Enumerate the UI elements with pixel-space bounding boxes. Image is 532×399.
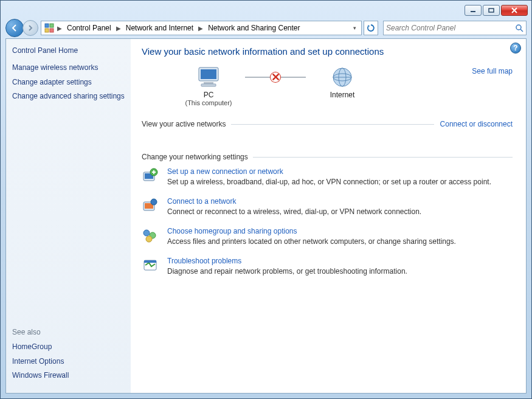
search-input[interactable] <box>386 24 515 32</box>
svg-rect-5 <box>50 29 54 32</box>
control-panel-home-link[interactable]: Control Panel Home <box>12 46 125 55</box>
node-internet-label: Internet <box>330 91 355 99</box>
svg-point-24 <box>146 236 152 242</box>
settings-label: Change your networking settings <box>142 153 248 161</box>
connect-disconnect-link[interactable]: Connect or disconnect <box>440 120 513 128</box>
svg-rect-26 <box>144 260 156 263</box>
search-box[interactable] <box>383 21 527 35</box>
setting-title[interactable]: Troubleshoot problems <box>167 257 407 265</box>
disconnected-icon: ✕ <box>270 72 281 83</box>
setting-title[interactable]: Set up a new connection or network <box>167 167 491 176</box>
node-pc-label: PC <box>204 91 214 99</box>
active-networks-label: View your active networks <box>142 120 226 128</box>
navbar: ▶ Control Panel ▶ Network and Internet ▶… <box>5 18 527 38</box>
sidebar-link-adapter[interactable]: Change adapter settings <box>12 78 125 88</box>
node-internet[interactable]: Internet <box>306 65 379 99</box>
chevron-right-icon: ▶ <box>115 25 122 32</box>
setting-desc: Set up a wireless, broadband, dial-up, a… <box>167 178 491 186</box>
address-bar[interactable]: ▶ Control Panel ▶ Network and Internet ▶… <box>41 21 362 35</box>
svg-point-22 <box>143 230 150 236</box>
divider <box>253 157 513 158</box>
svg-point-6 <box>516 25 521 30</box>
svg-point-21 <box>151 199 157 205</box>
breadcrumb-control-panel[interactable]: Control Panel <box>63 23 115 33</box>
active-networks-header: View your active networks Connect or dis… <box>142 120 513 128</box>
svg-rect-1 <box>489 9 494 12</box>
node-this-computer[interactable]: PC (This computer) <box>172 65 245 106</box>
breadcrumb-network-sharing[interactable]: Network and Sharing Center <box>204 23 303 33</box>
page-title: View your basic network information and … <box>142 46 513 57</box>
see-also-label: See also <box>12 328 125 336</box>
forward-button[interactable] <box>22 20 38 36</box>
network-map: PC (This computer) ✕ <box>172 65 513 106</box>
divider <box>231 124 434 125</box>
settings-header: Change your networking settings <box>142 153 513 161</box>
chevron-right-icon: ▶ <box>56 25 63 32</box>
chevron-right-icon: ▶ <box>197 25 204 32</box>
titlebar <box>1 1 531 18</box>
settings-list: Set up a new connection or network Set u… <box>142 167 513 276</box>
setting-desc: Connect or reconnect to a wireless, wire… <box>167 207 421 216</box>
window-controls <box>465 5 528 16</box>
svg-rect-9 <box>201 69 216 79</box>
setting-troubleshoot[interactable]: Troubleshoot problems Diagnose and repai… <box>142 257 513 276</box>
svg-rect-0 <box>471 11 475 12</box>
setting-homegroup[interactable]: Choose homegroup and sharing options Acc… <box>142 227 513 246</box>
minimize-button[interactable] <box>465 5 482 16</box>
search-icon[interactable] <box>515 24 523 32</box>
node-pc-sublabel: (This computer) <box>185 99 232 106</box>
sidebar-link-internet-options[interactable]: Internet Options <box>12 357 125 367</box>
content: ? View your basic network information an… <box>131 39 526 393</box>
setting-title[interactable]: Connect to a network <box>167 197 421 206</box>
refresh-button[interactable] <box>364 21 378 35</box>
svg-rect-2 <box>45 24 49 27</box>
back-button[interactable] <box>5 19 24 37</box>
setting-desc: Access files and printers located on oth… <box>167 237 456 246</box>
globe-icon <box>328 65 357 89</box>
location-icon <box>44 23 55 33</box>
setting-new-connection[interactable]: Set up a new connection or network Set u… <box>142 167 513 186</box>
setting-desc: Diagnose and repair network problems, or… <box>167 267 407 276</box>
svg-line-7 <box>520 29 523 32</box>
setting-title[interactable]: Choose homegroup and sharing options <box>167 227 456 235</box>
see-also-section: See also HomeGroup Internet Options Wind… <box>12 328 125 386</box>
svg-rect-11 <box>201 84 216 86</box>
sidebar-link-homegroup[interactable]: HomeGroup <box>12 342 125 352</box>
help-icon[interactable]: ? <box>510 43 521 54</box>
setting-connect-network[interactable]: Connect to a network Connect or reconnec… <box>142 197 513 216</box>
connection-line: ✕ <box>245 65 306 89</box>
close-button[interactable] <box>501 5 528 16</box>
sidebar-link-firewall[interactable]: Windows Firewall <box>12 371 125 381</box>
sidebar-link-sharing[interactable]: Change advanced sharing settings <box>12 92 125 102</box>
address-dropdown[interactable]: ▾ <box>349 25 360 31</box>
homegroup-icon <box>142 227 159 244</box>
window: ▶ Control Panel ▶ Network and Internet ▶… <box>0 0 532 399</box>
body: Control Panel Home Manage wireless netwo… <box>5 38 527 394</box>
sidebar: Control Panel Home Manage wireless netwo… <box>6 39 131 393</box>
new-connection-icon <box>142 167 159 184</box>
svg-rect-4 <box>45 29 49 32</box>
breadcrumb-network-internet[interactable]: Network and Internet <box>122 23 197 33</box>
sidebar-link-wireless[interactable]: Manage wireless networks <box>12 63 125 73</box>
svg-rect-3 <box>50 24 54 27</box>
maximize-button[interactable] <box>483 5 500 16</box>
computer-icon <box>194 65 223 89</box>
connect-network-icon <box>142 197 159 214</box>
troubleshoot-icon <box>142 257 159 274</box>
